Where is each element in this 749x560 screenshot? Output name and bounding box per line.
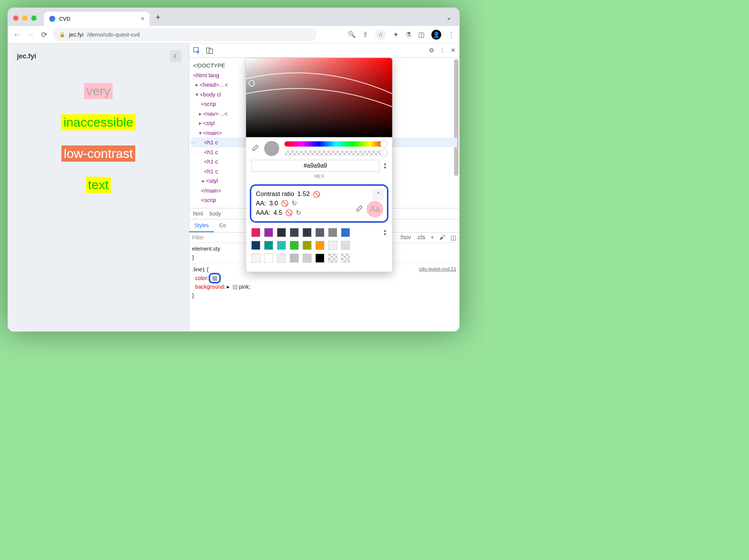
styles-paint-icon[interactable]: 🖌	[439, 234, 445, 241]
tab-computed[interactable]: Co	[214, 219, 231, 232]
styles-filter-input[interactable]: Filter	[192, 234, 204, 240]
palette-swatch[interactable]	[277, 241, 286, 250]
theme-toggle-button[interactable]: ☾	[170, 50, 182, 62]
palette-swatch[interactable]	[251, 241, 260, 250]
palette-swatch[interactable]	[328, 254, 337, 263]
palette-swatch[interactable]	[341, 228, 350, 237]
device-toolbar-icon[interactable]	[206, 47, 213, 54]
tabs-overflow-icon[interactable]: ⌄	[446, 13, 452, 21]
palette-swatch[interactable]	[277, 228, 286, 237]
forward-button: →	[26, 30, 35, 39]
devtools-menu-icon[interactable]: ⋮	[439, 47, 445, 54]
spectrum-handle[interactable]	[248, 80, 255, 87]
address-bar[interactable]: 🔒 jec.fyi/demo/cds-quest-cvd	[53, 28, 317, 41]
palette-swatch[interactable]	[264, 254, 273, 263]
color-palette: ▲▼	[246, 225, 392, 272]
tab-styles[interactable]: Styles	[189, 219, 214, 232]
palette-swatch[interactable]	[264, 241, 273, 250]
page-site-title: jec.fyi	[17, 52, 180, 60]
aa-fix-icon[interactable]: ↻	[292, 199, 297, 207]
palette-stepper[interactable]: ▲▼	[383, 229, 387, 236]
hue-slider[interactable]	[284, 141, 387, 147]
palette-swatch[interactable]	[264, 228, 273, 237]
alpha-slider[interactable]	[284, 150, 387, 156]
share-icon[interactable]: ⇪	[362, 31, 368, 39]
palette-swatch[interactable]	[315, 241, 324, 250]
palette-swatch[interactable]	[290, 241, 299, 250]
crumb-body[interactable]: body	[209, 211, 221, 217]
tab-title: CVD	[59, 16, 70, 22]
palette-swatch[interactable]	[251, 228, 260, 237]
palette-swatch[interactable]	[303, 228, 312, 237]
toggle-cls[interactable]: .cls	[416, 234, 425, 241]
browser-tab[interactable]: CVD ×	[44, 12, 150, 26]
color-swatch-current[interactable]	[209, 273, 221, 283]
palette-row	[251, 241, 387, 250]
hex-input[interactable]: #a9a9a9	[251, 160, 379, 172]
eyedropper-icon[interactable]	[251, 144, 259, 153]
palette-swatch[interactable]	[341, 241, 350, 250]
aaa-fix-icon[interactable]: ↻	[296, 209, 301, 217]
color-spectrum[interactable]	[246, 58, 392, 137]
color-swatch-pink[interactable]	[233, 285, 237, 289]
url-path: /demo/cds-quest-cvd	[87, 31, 139, 38]
traffic-lights	[13, 15, 37, 21]
bg-eyedropper-icon[interactable]	[355, 205, 363, 214]
palette-swatch[interactable]	[290, 228, 299, 237]
palette-swatch[interactable]	[290, 254, 299, 263]
palette-row	[251, 254, 387, 263]
aa-fail-icon: 🚫	[281, 200, 289, 207]
side-panel-icon[interactable]: ◫	[418, 31, 425, 39]
palette-swatch[interactable]	[341, 254, 350, 263]
new-style-rule-button[interactable]: +	[431, 234, 434, 241]
palette-swatch[interactable]	[303, 254, 312, 263]
browser-menu-icon[interactable]: ⋮	[448, 31, 455, 39]
palette-swatch[interactable]	[315, 228, 324, 237]
palette-swatch[interactable]	[315, 254, 324, 263]
back-button[interactable]: ←	[12, 30, 21, 39]
maximize-window-button[interactable]	[31, 15, 37, 21]
devtools-panel: ⚙ ⋮ ✕ <!DOCTYPE <html lang ▸<head>…< ▾<b…	[189, 43, 459, 331]
favicon-icon	[49, 16, 55, 22]
minimize-window-button[interactable]	[22, 15, 28, 21]
devtools-close-icon[interactable]: ✕	[451, 47, 456, 54]
inspect-element-icon[interactable]	[193, 47, 200, 54]
contrast-panel: ⌃ Contrast ratio 1.52 🚫 AA: 3.0 🚫 ↻	[250, 184, 388, 223]
hex-label: HEX	[246, 173, 392, 182]
new-tab-button[interactable]: +	[156, 12, 160, 22]
styles-sidebar-icon[interactable]: ◫	[451, 234, 456, 241]
devtools-settings-icon[interactable]: ⚙	[429, 47, 434, 54]
url-host: jec.fyi	[69, 31, 83, 38]
profile-icon[interactable]: 👤	[431, 30, 441, 40]
close-window-button[interactable]	[13, 15, 18, 21]
extensions-icon[interactable]: ✦	[393, 31, 399, 39]
aa-label: AA:	[256, 200, 266, 207]
source-link[interactable]: cds-quest-cvd:11	[419, 265, 456, 273]
palette-row: ▲▼	[251, 228, 387, 237]
reload-button[interactable]: ⟳	[40, 30, 49, 39]
bookmark-icon[interactable]: ☆	[375, 29, 386, 40]
aaa-label: AAA:	[256, 209, 271, 217]
contrast-fail-icon: 🚫	[313, 191, 320, 198]
zoom-icon[interactable]: 🔍	[348, 31, 356, 38]
browser-window: CVD × + ⌄ ← → ⟳ 🔒 jec.fyi/demo/cds-quest…	[8, 8, 460, 332]
crumb-html[interactable]: html	[193, 211, 203, 217]
rendered-page: jec.fyi ☾ very inaccessible low-contrast…	[8, 43, 189, 331]
palette-swatch[interactable]	[251, 254, 260, 263]
title-bar: CVD × + ⌄	[8, 8, 459, 26]
alpha-handle[interactable]	[380, 149, 388, 157]
contrast-ratio-value: 1.52	[297, 190, 310, 198]
palette-swatch[interactable]	[328, 228, 337, 237]
contrast-collapse-icon[interactable]: ⌃	[373, 189, 384, 200]
format-stepper[interactable]: ▲▼	[383, 162, 387, 170]
aa-value: 3.0	[269, 200, 278, 207]
palette-swatch[interactable]	[277, 254, 286, 263]
palette-swatch[interactable]	[303, 241, 312, 250]
labs-icon[interactable]: ⚗	[405, 31, 411, 39]
devtools-scrollbar[interactable]	[454, 59, 459, 176]
contrast-sample: Aa	[367, 201, 383, 217]
hue-handle[interactable]	[380, 140, 388, 148]
toggle-hov[interactable]: :hov	[399, 234, 411, 241]
tab-close-icon[interactable]: ×	[141, 15, 144, 22]
palette-swatch[interactable]	[328, 241, 337, 250]
